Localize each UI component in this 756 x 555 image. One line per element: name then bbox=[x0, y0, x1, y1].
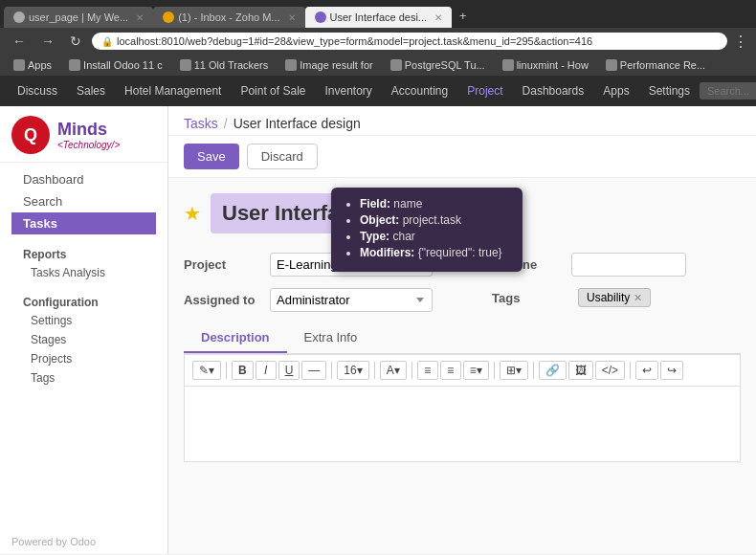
bookmark-linux[interactable]: linuxmint - How bbox=[497, 57, 594, 73]
sidebar-item-stages[interactable]: Stages bbox=[11, 330, 156, 349]
sidebar-item-tasks-analysis[interactable]: Tasks Analysis bbox=[11, 263, 156, 282]
logo-letter: Q bbox=[24, 125, 37, 145]
bookmark-label-image: Image result for bbox=[300, 59, 372, 71]
brand-name: Minds bbox=[57, 120, 120, 140]
star-icon[interactable]: ★ bbox=[184, 202, 201, 225]
bookmark-postgres[interactable]: PostgreSQL Tu... bbox=[385, 57, 491, 73]
bookmark-label-postgres: PostgreSQL Tu... bbox=[405, 59, 485, 71]
tooltip-type: Type: char bbox=[360, 230, 509, 243]
toolbar-format-btn[interactable]: ✎▾ bbox=[192, 361, 221, 380]
toolbar-table-btn[interactable]: ⊞▾ bbox=[500, 361, 528, 380]
browser-tab-2[interactable]: (1) - Inbox - Zoho M... ✕ bbox=[153, 7, 304, 28]
nav-inventory[interactable]: Inventory bbox=[315, 78, 381, 103]
topnav-search-input[interactable] bbox=[700, 82, 756, 100]
toolbar-redo-btn[interactable]: ↪ bbox=[660, 361, 683, 380]
toolbar-strikethrough-btn[interactable]: — bbox=[301, 361, 326, 380]
tab-close-3[interactable]: ✕ bbox=[434, 12, 442, 23]
toolbar-bold-btn[interactable]: B bbox=[232, 361, 254, 380]
bookmark-icon-image bbox=[285, 59, 297, 71]
toolbar-sep-7 bbox=[630, 362, 631, 379]
sidebar-item-settings[interactable]: Settings bbox=[11, 311, 156, 330]
tooltip-object: Object: project.task bbox=[360, 213, 509, 227]
toolbar-undo-btn[interactable]: ↩ bbox=[635, 361, 658, 380]
tab-favicon-1 bbox=[13, 11, 25, 23]
odoo-topnav: Discuss Sales Hotel Management Point of … bbox=[0, 76, 756, 106]
bookmark-apps[interactable]: Apps bbox=[8, 57, 57, 73]
nav-hotel[interactable]: Hotel Management bbox=[115, 78, 231, 103]
tags-label: Tags bbox=[492, 291, 568, 305]
field-tooltip: Field: name Object: project.task Type: c… bbox=[331, 188, 523, 272]
assigned-label: Assigned to bbox=[184, 293, 260, 307]
tag-usability: Usability ✕ bbox=[578, 288, 651, 307]
sidebar-item-tags[interactable]: Tags bbox=[11, 368, 156, 388]
editor-body[interactable] bbox=[184, 386, 741, 462]
toolbar-ol-btn[interactable]: ≡ bbox=[440, 361, 461, 380]
toolbar-sep-5 bbox=[494, 362, 495, 379]
bookmark-icon-apps bbox=[13, 59, 25, 71]
nav-accounting[interactable]: Accounting bbox=[382, 78, 457, 103]
nav-apps[interactable]: Apps bbox=[593, 78, 638, 103]
toolbar-ul-btn[interactable]: ≡ bbox=[417, 361, 438, 380]
tab-description[interactable]: Description bbox=[184, 323, 287, 353]
bookmark-icon-linux bbox=[502, 59, 514, 71]
sidebar-item-dashboard[interactable]: Dashboard bbox=[11, 168, 156, 190]
toolbar-fontsize-btn[interactable]: 16▾ bbox=[337, 361, 368, 380]
bookmark-performance[interactable]: Performance Re... bbox=[600, 57, 711, 73]
browser-tab-3[interactable]: User Interface desi... ✕ bbox=[305, 7, 453, 28]
toolbar-align-btn[interactable]: ≡▾ bbox=[463, 361, 489, 380]
tag-remove-icon[interactable]: ✕ bbox=[634, 292, 642, 304]
toolbar-sep-3 bbox=[374, 362, 375, 379]
toolbar-image-btn[interactable]: 🖼 bbox=[568, 361, 593, 380]
brand: Minds <Technology/> bbox=[57, 120, 120, 150]
breadcrumb-parent[interactable]: Tasks bbox=[184, 116, 218, 131]
tab-extra-info[interactable]: Extra Info bbox=[287, 323, 375, 353]
config-label: Configuration bbox=[11, 290, 156, 311]
toolbar-underline-btn[interactable]: U bbox=[278, 361, 300, 380]
bookmark-icon-postgres bbox=[390, 59, 402, 71]
toolbar-italic-btn[interactable]: I bbox=[256, 361, 277, 380]
save-button[interactable]: Save bbox=[184, 144, 239, 169]
reload-button[interactable]: ↻ bbox=[65, 32, 86, 51]
back-button[interactable]: ← bbox=[8, 32, 31, 51]
nav-pos[interactable]: Point of Sale bbox=[231, 78, 315, 103]
toolbar-color-btn[interactable]: A▾ bbox=[380, 361, 407, 380]
tab-close-2[interactable]: ✕ bbox=[288, 12, 296, 23]
address-bar[interactable]: 🔒 localhost:8010/web?debug=1#id=28&view_… bbox=[92, 33, 727, 50]
tab-favicon-2 bbox=[163, 11, 174, 23]
bookmark-image[interactable]: Image result for bbox=[279, 57, 378, 73]
tab-label-1: user_page | My We... bbox=[29, 11, 128, 23]
toolbar-code-btn[interactable]: </> bbox=[595, 361, 625, 380]
toolbar-sep-1 bbox=[226, 362, 227, 379]
form-body: Field: name Object: project.task Type: c… bbox=[168, 178, 756, 477]
browser-menu-icon[interactable]: ⋮ bbox=[733, 33, 748, 51]
tab-close-1[interactable]: ✕ bbox=[136, 12, 144, 23]
nav-discuss[interactable]: Discuss bbox=[8, 78, 67, 103]
tab-label-2: (1) - Inbox - Zoho M... bbox=[178, 11, 279, 23]
breadcrumb-separator: / bbox=[224, 116, 228, 131]
bookmark-label-trackers: 11 Old Trackers bbox=[194, 59, 269, 71]
bookmark-install[interactable]: Install Odoo 11 c bbox=[63, 57, 168, 73]
sidebar-item-tasks[interactable]: Tasks bbox=[11, 212, 156, 234]
bookmark-trackers[interactable]: 11 Old Trackers bbox=[174, 57, 275, 73]
bookmark-label-linux: linuxmint - How bbox=[517, 59, 589, 71]
deadline-input[interactable] bbox=[571, 253, 686, 277]
sidebar-item-projects[interactable]: Projects bbox=[11, 349, 156, 368]
form-tabs: Description Extra Info bbox=[184, 323, 741, 354]
address-text: localhost:8010/web?debug=1#id=28&view_ty… bbox=[117, 35, 592, 47]
discard-button[interactable]: Discard bbox=[247, 144, 318, 169]
nav-settings[interactable]: Settings bbox=[639, 78, 700, 103]
new-tab-button[interactable]: + bbox=[452, 4, 475, 28]
nav-sales[interactable]: Sales bbox=[67, 78, 115, 103]
nav-dashboards[interactable]: Dashboards bbox=[513, 78, 594, 103]
browser-tab-1[interactable]: user_page | My We... ✕ bbox=[4, 7, 153, 28]
assigned-select[interactable]: Administrator bbox=[270, 288, 433, 312]
assigned-field: Assigned to Administrator bbox=[184, 288, 433, 312]
toolbar-sep-4 bbox=[411, 362, 412, 379]
forward-button[interactable]: → bbox=[36, 32, 59, 51]
toolbar-link-btn[interactable]: 🔗 bbox=[539, 361, 567, 380]
form-actions: Save Discard bbox=[168, 136, 756, 178]
nav-project[interactable]: Project bbox=[457, 78, 512, 103]
sidebar-item-search[interactable]: Search bbox=[11, 190, 156, 212]
bookmark-icon-install bbox=[69, 59, 80, 71]
breadcrumb-current: User Interface design bbox=[233, 116, 361, 131]
